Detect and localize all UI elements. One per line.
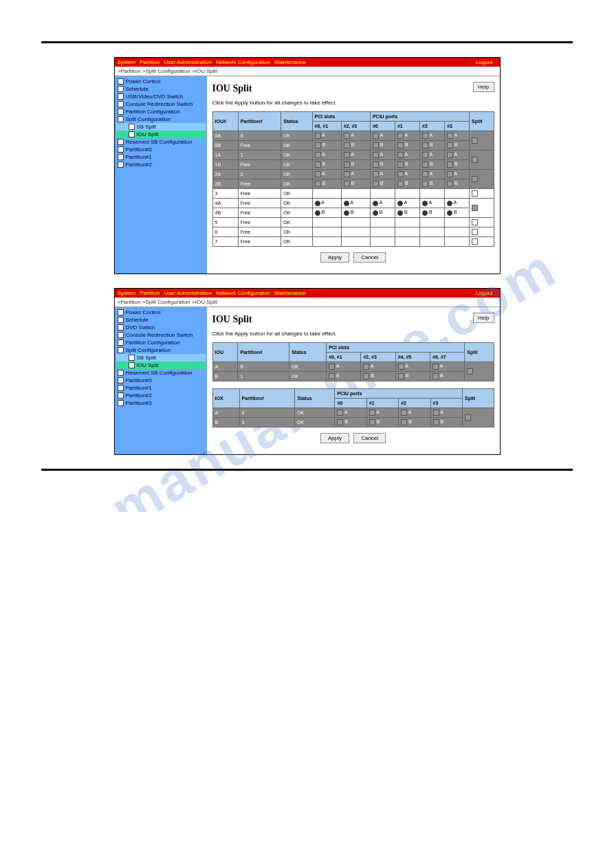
menu-item[interactable]: Maintenance <box>274 59 306 65</box>
checkbox[interactable] <box>315 142 321 148</box>
sidebar-item[interactable]: Partition#1 <box>126 385 152 391</box>
sidebar-item[interactable]: Power Control <box>126 78 161 85</box>
checkbox[interactable] <box>373 142 379 148</box>
checkbox[interactable] <box>397 162 404 168</box>
radio-option[interactable] <box>315 210 320 216</box>
checkbox[interactable] <box>398 364 404 370</box>
checkbox[interactable] <box>401 410 407 416</box>
checkbox[interactable] <box>373 133 379 139</box>
split-checkbox[interactable] <box>467 368 473 375</box>
sidebar-item[interactable]: Split Configuration <box>126 116 171 122</box>
checkbox[interactable] <box>329 373 335 379</box>
checkbox[interactable] <box>422 142 428 148</box>
checkbox[interactable] <box>397 142 404 148</box>
checkbox[interactable] <box>344 171 350 177</box>
sidebar-item[interactable]: Schedule <box>126 86 149 92</box>
radio-option[interactable] <box>447 210 452 216</box>
checkbox[interactable] <box>447 171 453 177</box>
sidebar-item[interactable]: Schedule <box>126 317 149 323</box>
menu-item[interactable]: User Administration <box>164 290 212 296</box>
help-button[interactable]: Help <box>473 82 494 92</box>
checkbox[interactable] <box>344 133 350 139</box>
menu-item[interactable]: Partition <box>140 290 160 296</box>
radio-option[interactable] <box>397 210 403 216</box>
menu-item[interactable]: Partition <box>140 59 160 65</box>
sidebar-item[interactable]: Split Configuration <box>126 347 171 353</box>
checkbox[interactable] <box>315 181 321 187</box>
checkbox[interactable] <box>363 373 369 379</box>
sidebar-item[interactable]: Reserved SB Configuration <box>126 370 193 376</box>
apply-button[interactable]: Apply <box>320 433 349 443</box>
checkbox[interactable] <box>433 410 439 416</box>
checkbox[interactable] <box>369 410 375 416</box>
checkbox[interactable] <box>422 181 428 187</box>
checkbox[interactable] <box>363 364 369 370</box>
checkbox[interactable] <box>447 142 453 148</box>
checkbox[interactable] <box>315 133 321 139</box>
sidebar-item[interactable]: Reserved SB Configuration <box>126 139 193 145</box>
sidebar-item[interactable]: Partition#0 <box>126 146 152 153</box>
radio-option[interactable] <box>422 201 428 206</box>
checkbox[interactable] <box>401 419 407 425</box>
checkbox[interactable] <box>337 419 343 425</box>
radio-option[interactable] <box>344 201 349 206</box>
menu-item[interactable]: System <box>118 59 136 65</box>
checkbox[interactable] <box>315 171 321 177</box>
sidebar-item[interactable]: SB Split <box>137 124 156 130</box>
checkbox[interactable] <box>315 162 321 168</box>
checkbox[interactable] <box>422 133 428 139</box>
sidebar-item[interactable]: Partition#2 <box>126 392 152 399</box>
checkbox[interactable] <box>397 181 404 187</box>
checkbox[interactable] <box>422 152 428 158</box>
menu-item[interactable]: User Administration <box>164 59 212 65</box>
checkbox[interactable] <box>315 152 321 158</box>
checkbox[interactable] <box>373 181 379 187</box>
radio-option[interactable] <box>315 201 320 206</box>
sidebar-item[interactable]: Partition#2 <box>126 162 152 168</box>
checkbox[interactable] <box>373 152 379 158</box>
sidebar-item[interactable]: Console Redirection Switch <box>126 101 193 107</box>
sidebar-item[interactable]: Partition#3 <box>126 400 152 406</box>
checkbox[interactable] <box>422 162 428 168</box>
menu-item[interactable]: System <box>118 290 136 296</box>
sidebar-item[interactable]: DVD Switch <box>126 324 155 331</box>
split-checkbox[interactable] <box>472 219 478 225</box>
radio-option[interactable] <box>397 201 403 206</box>
split-checkbox[interactable] <box>472 238 478 245</box>
radio-option[interactable] <box>344 210 349 216</box>
checkbox[interactable] <box>329 364 335 370</box>
apply-button[interactable]: Apply <box>320 252 349 263</box>
split-checkbox[interactable] <box>472 176 478 182</box>
split-checkbox[interactable] <box>472 205 478 211</box>
split-checkbox[interactable] <box>472 229 478 235</box>
help-button[interactable]: Help <box>473 313 494 323</box>
sidebar-item[interactable]: Partition Configuration <box>126 109 180 115</box>
checkbox[interactable] <box>432 364 439 370</box>
split-checkbox[interactable] <box>472 157 478 163</box>
checkbox[interactable] <box>398 373 404 379</box>
checkbox[interactable] <box>397 133 404 139</box>
checkbox[interactable] <box>432 373 439 379</box>
checkbox[interactable] <box>447 162 453 168</box>
logout-link[interactable]: Logout <box>476 59 492 65</box>
checkbox[interactable] <box>433 419 439 425</box>
checkbox[interactable] <box>344 162 350 168</box>
sidebar-item[interactable]: IOU Split <box>137 131 159 137</box>
cancel-button[interactable]: Cancel <box>353 252 386 263</box>
radio-option[interactable] <box>447 201 452 206</box>
sidebar-item[interactable]: Partition Configuration <box>126 340 180 346</box>
menu-item[interactable]: Maintenance <box>274 290 306 296</box>
checkbox[interactable] <box>373 171 379 177</box>
menu-item[interactable]: Network Configuration <box>216 59 270 65</box>
sidebar-item[interactable]: Power Control <box>126 309 161 315</box>
sidebar-item[interactable]: SB Split <box>137 355 156 361</box>
split-checkbox[interactable] <box>472 137 478 144</box>
checkbox[interactable] <box>447 133 453 139</box>
logout-link[interactable]: Logout <box>476 290 492 296</box>
sidebar-item[interactable]: Partition#0 <box>126 377 152 383</box>
cancel-button[interactable]: Cancel <box>353 433 386 443</box>
split-checkbox[interactable] <box>465 414 471 421</box>
radio-option[interactable] <box>422 210 428 216</box>
sidebar-item[interactable]: IOU Split <box>137 362 159 368</box>
sidebar-item[interactable]: Partition#1 <box>126 154 152 160</box>
